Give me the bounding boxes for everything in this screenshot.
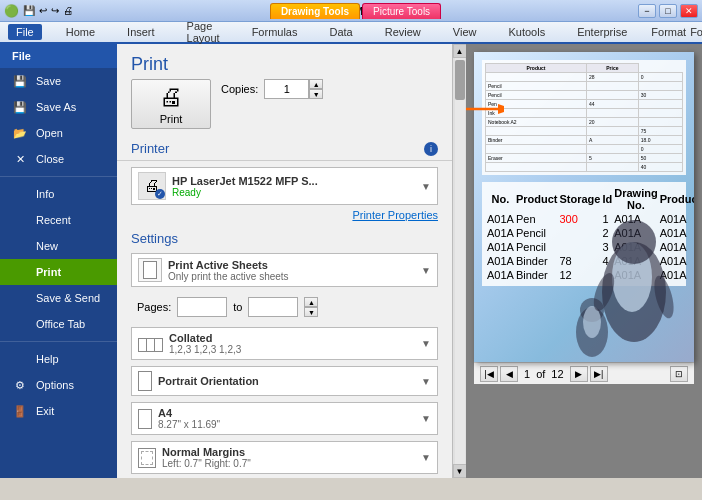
print-button[interactable]: 🖨 Print	[131, 79, 211, 129]
maximize-button[interactable]: □	[659, 4, 677, 18]
tab-home[interactable]: Home	[58, 24, 103, 40]
quick-access-undo[interactable]: ↩	[39, 5, 47, 16]
sidebar-item-save[interactable]: 💾 Save	[0, 68, 117, 94]
margins-icon	[138, 448, 156, 468]
tab-insert[interactable]: Insert	[119, 24, 163, 40]
quick-access-save[interactable]: 💾	[23, 5, 35, 16]
preview-table-top: ProductPrice 280 Pencil Pencil30 Pen44 I…	[482, 60, 686, 175]
tab-page-layout[interactable]: Page Layout	[179, 18, 228, 46]
preview-content: ProductPrice 280 Pencil Pencil30 Pen44 I…	[474, 52, 694, 362]
sidebar-item-print[interactable]: Print	[0, 259, 117, 285]
file-menu-tab[interactable]: File	[0, 44, 117, 68]
open-icon: 📂	[12, 125, 28, 141]
pages-to-label: to	[233, 301, 242, 313]
sidebar-item-close[interactable]: ✕ Close	[0, 146, 117, 172]
zoom-to-page-button[interactable]: ⊡	[670, 366, 688, 382]
active-sheets-text: Print Active Sheets Only print the activ…	[168, 259, 415, 282]
copies-label: Copies:	[221, 83, 258, 95]
tab-formulas[interactable]: Formulas	[244, 24, 306, 40]
tab-file[interactable]: File	[8, 24, 42, 40]
sidebar-item-recent[interactable]: Recent	[0, 207, 117, 233]
printer-checkmark: ✓	[155, 189, 165, 199]
exit-icon: 🚪	[12, 403, 28, 419]
tab-kutools[interactable]: Kutools	[500, 24, 553, 40]
tab-view[interactable]: View	[445, 24, 485, 40]
orientation-dropdown: ▼	[421, 376, 431, 387]
sidebar-item-exit[interactable]: 🚪 Exit	[0, 398, 117, 424]
total-pages: 12	[547, 368, 567, 380]
picture-tools-tab[interactable]: Picture Tools	[362, 3, 441, 19]
content-area: Print 🖨 Print Copies: 1 ▲ ▼	[117, 44, 702, 478]
sidebar-item-open[interactable]: 📂 Open	[0, 120, 117, 146]
close-icon: ✕	[12, 151, 28, 167]
quick-access-print[interactable]: 🖨	[63, 5, 73, 16]
active-sheets-icon	[138, 258, 162, 282]
pages-decrement[interactable]: ▼	[304, 307, 318, 317]
pages-increment[interactable]: ▲	[304, 297, 318, 307]
active-sheets-row[interactable]: Print Active Sheets Only print the activ…	[131, 253, 438, 287]
sidebar-item-save-send[interactable]: Save & Send	[0, 285, 117, 311]
paper-size-text: A4 8.27" x 11.69"	[158, 407, 415, 430]
scroll-up-button[interactable]: ▲	[453, 44, 467, 58]
scroll-down-button[interactable]: ▼	[453, 464, 467, 478]
sidebar-item-help[interactable]: Help	[0, 346, 117, 372]
file-sidebar: File 💾 Save 💾 Save As 📂 Open ✕ Close Inf…	[0, 44, 117, 478]
first-page-button[interactable]: |◀	[480, 366, 498, 382]
tab-enterprise[interactable]: Enterprise	[569, 24, 635, 40]
sidebar-item-info[interactable]: Info	[0, 181, 117, 207]
options-icon: ⚙	[12, 377, 28, 393]
prev-page-button[interactable]: ◀	[500, 366, 518, 382]
settings-section-header: Settings	[117, 227, 452, 250]
scroll-track	[455, 58, 465, 464]
sidebar-item-new[interactable]: New	[0, 233, 117, 259]
collated-icon	[138, 336, 163, 352]
settings-scrollbar[interactable]: ▲ ▼	[452, 44, 466, 478]
print-icon	[12, 264, 28, 280]
pages-label: Pages:	[137, 301, 171, 313]
paper-size-row[interactable]: A4 8.27" x 11.69" ▼	[131, 402, 438, 435]
scroll-thumb[interactable]	[455, 60, 465, 100]
copies-decrement[interactable]: ▼	[309, 89, 323, 99]
drawing-tools-tab[interactable]: Drawing Tools	[270, 3, 360, 19]
copies-input[interactable]: 1	[264, 79, 309, 99]
save-as-icon: 💾	[12, 99, 28, 115]
sidebar-item-save-as[interactable]: 💾 Save As	[0, 94, 117, 120]
collated-row[interactable]: Collated 1,2,3 1,2,3 1,2,3 ▼	[131, 327, 438, 360]
margins-row[interactable]: Normal Margins Left: 0.7" Right: 0.7" ▼	[131, 441, 438, 474]
orientation-row[interactable]: Portrait Orientation ▼	[131, 366, 438, 396]
copies-row: Copies: 1 ▲ ▼	[221, 79, 323, 99]
window-controls: − □ ✕	[638, 4, 698, 18]
active-sheets-subtitle: Only print the active sheets	[168, 271, 415, 282]
preview-navigation-bar: |◀ ◀ 1 of 12 ▶ ▶| ⊡	[474, 362, 694, 384]
collated-dropdown: ▼	[421, 338, 431, 349]
ribbon-right: Format Format ❓ − □ ✕	[651, 25, 702, 39]
orange-arrow-annotation	[466, 92, 504, 129]
printer-info-icon[interactable]: i	[424, 142, 438, 156]
preview-area: ProductPrice 280 Pencil Pencil30 Pen44 I…	[466, 44, 702, 478]
margins-subtitle: Left: 0.7" Right: 0.7"	[162, 458, 415, 469]
info-icon	[12, 186, 28, 202]
active-sheets-dropdown: ▼	[421, 265, 431, 276]
page-nav-controls: |◀ ◀ 1 of 12 ▶ ▶|	[480, 366, 608, 382]
tab-review[interactable]: Review	[377, 24, 429, 40]
save-send-icon	[12, 290, 28, 306]
sidebar-item-office-tab[interactable]: Office Tab	[0, 311, 117, 337]
margins-text: Normal Margins Left: 0.7" Right: 0.7"	[162, 446, 415, 469]
last-page-button[interactable]: ▶|	[590, 366, 608, 382]
minimize-button[interactable]: −	[638, 4, 656, 18]
print-button-label: Print	[160, 113, 183, 125]
close-button[interactable]: ✕	[680, 4, 698, 18]
pages-to-input[interactable]	[248, 297, 298, 317]
printer-info: HP LaserJet M1522 MFP S... Ready	[172, 175, 415, 198]
printer-row[interactable]: 🖨 ✓ HP LaserJet M1522 MFP S... Ready ▼	[131, 167, 438, 205]
tab-data[interactable]: Data	[321, 24, 360, 40]
copies-increment[interactable]: ▲	[309, 79, 323, 89]
pages-from-input[interactable]	[177, 297, 227, 317]
printer-properties-link[interactable]: Printer Properties	[117, 209, 452, 227]
quick-access-redo[interactable]: ↪	[51, 5, 59, 16]
penguin-illustration	[564, 182, 684, 362]
next-page-button[interactable]: ▶	[570, 366, 588, 382]
printer-dropdown-arrow: ▼	[421, 181, 431, 192]
margins-title: Normal Margins	[162, 446, 415, 458]
sidebar-item-options[interactable]: ⚙ Options	[0, 372, 117, 398]
